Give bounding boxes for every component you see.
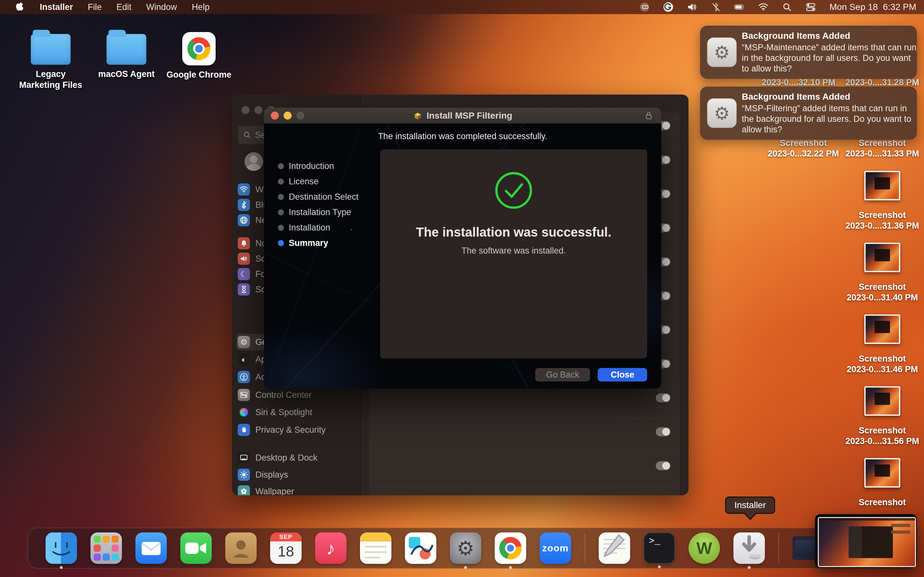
system-settings-gear-icon: ⚙ [707, 37, 737, 67]
control-center-icon[interactable] [806, 2, 816, 12]
close-button[interactable]: Close [598, 368, 647, 382]
screenshot-preview-window[interactable] [815, 514, 917, 568]
adobe-creative-cloud-icon[interactable] [640, 2, 650, 12]
minimize-window-button[interactable] [284, 111, 292, 119]
screenshot-thumbnail[interactable] [864, 171, 900, 200]
screenshot-thumbnail[interactable] [864, 314, 900, 344]
dock-finder[interactable] [45, 532, 77, 564]
screenshot-thumbnail[interactable] [864, 243, 900, 272]
flower-icon [238, 485, 250, 495]
appearance-icon: ◐ [238, 353, 250, 366]
desktop-dock-icon [238, 452, 250, 464]
desktop-screenshot-file[interactable]: Screenshot 2023-0...32.22 PM [768, 138, 839, 159]
go-back-button[interactable]: Go Back [535, 368, 590, 382]
success-title: The installation was successful. [416, 225, 611, 239]
dock-calendar[interactable]: SEP 18 [270, 532, 302, 564]
dock-chrome[interactable] [495, 532, 526, 564]
step-license: License [278, 174, 359, 189]
wifi-icon[interactable] [758, 2, 768, 12]
dock-separator [779, 533, 779, 563]
notification-body: “MSP-Maintenance” added items that can r… [742, 42, 917, 74]
dock-zoom[interactable]: zoom [540, 532, 571, 564]
dock-facetime[interactable] [180, 532, 212, 564]
battery-icon[interactable] [734, 2, 745, 12]
lock-icon [645, 111, 653, 122]
step-destination-select: Destination Select [278, 189, 359, 205]
close-window-button[interactable] [271, 111, 279, 119]
dock-terminal[interactable]: >_ [644, 532, 675, 564]
menu-file[interactable]: File [88, 2, 102, 12]
desktop-screenshot-file[interactable]: Screenshot2023-0....31.56 PM [845, 425, 919, 446]
dock: SEP 18 ♪ ⚙ zoom [27, 528, 840, 569]
menu-edit[interactable]: Edit [116, 2, 132, 12]
menu-clock[interactable]: Mon Sep 18 6:32 PM [829, 2, 916, 12]
dock-notes[interactable] [360, 532, 391, 564]
system-settings-gear-icon: ⚙ [707, 98, 737, 128]
screenshot-thumbnail[interactable] [864, 386, 900, 416]
installer-header-message: The installation was completed successfu… [264, 131, 661, 141]
desktop-screen: Installer File Edit Window Help [0, 0, 924, 577]
calendar-month: SEP [270, 532, 302, 542]
avatar[interactable] [244, 152, 263, 171]
screenshot-preview-content [818, 517, 916, 567]
dock-contacts[interactable] [225, 532, 257, 564]
sidebar-item-privacy-security[interactable]: Privacy & Security [238, 423, 326, 437]
bluetooth-off-icon[interactable] [711, 2, 721, 12]
notification-msp-maintenance[interactable]: ⚙ Background Items Added “MSP-Maintenanc… [700, 26, 917, 79]
installer-titlebar[interactable]: Install MSP Filtering [264, 108, 661, 124]
screenshot-thumbnail[interactable] [864, 458, 900, 488]
dock-launchpad[interactable] [90, 532, 122, 564]
zoom-window-button[interactable] [296, 111, 304, 119]
desktop-folder-legacy-marketing-files[interactable]: Legacy Marketing Files [12, 29, 89, 90]
desktop-screenshot-file[interactable]: Screenshot 2023-0....31.33 PM [845, 138, 919, 159]
bell-icon [238, 237, 250, 250]
sidebar-item-desktop-dock[interactable]: Desktop & Dock [238, 451, 318, 465]
dock-system-settings[interactable]: ⚙ [450, 532, 481, 564]
sidebar-item-control-center[interactable]: Control Center [238, 388, 312, 402]
globe-icon [238, 214, 250, 226]
menu-help[interactable]: Help [192, 2, 210, 12]
login-item-toggle[interactable] [656, 393, 670, 402]
apple-menu-icon[interactable] [15, 2, 25, 12]
spotlight-search-icon[interactable] [782, 2, 792, 12]
volume-icon[interactable] [687, 2, 697, 12]
sidebar-item-siri-spotlight[interactable]: Siri & Spotlight [238, 405, 312, 419]
sidebar-item-wallpaper[interactable]: Wallpaper [238, 484, 294, 495]
step-installation: Installation [278, 220, 359, 235]
bluetooth-icon [238, 199, 250, 211]
success-check-icon [494, 171, 533, 210]
grammarly-icon[interactable] [663, 2, 674, 12]
login-item-toggle[interactable] [656, 461, 670, 470]
dock-freeform[interactable] [405, 532, 436, 564]
hourglass-icon [238, 284, 250, 295]
notification-msp-filtering[interactable]: ⚙ Background Items Added “MSP-Filtering”… [700, 87, 917, 140]
menu-bar: Installer File Edit Window Help [0, 0, 924, 14]
dock-mail[interactable] [136, 532, 167, 564]
notification-body: “MSP-Filtering” added items that can run… [742, 103, 917, 135]
installer-window-title: Install MSP Filtering [413, 111, 512, 121]
sun-icon [238, 469, 250, 481]
dock-textedit[interactable] [599, 532, 630, 564]
menu-window[interactable]: Window [146, 2, 177, 12]
desktop-screenshot-file[interactable]: Screenshot2023-0...31.46 PM [846, 354, 918, 375]
calendar-day: 18 [270, 542, 302, 561]
desktop-screenshot-file[interactable]: Screenshot [859, 497, 906, 508]
desktop-folder-macos-agent[interactable]: macOS Agent [88, 29, 165, 79]
desktop-icon-google-chrome[interactable]: Google Chrome [160, 29, 237, 80]
folder-icon [31, 34, 71, 65]
sidebar-item-displays[interactable]: Displays [238, 468, 288, 482]
search-icon [243, 131, 251, 139]
running-indicator [509, 566, 512, 569]
login-item-toggle[interactable] [656, 427, 670, 436]
desktop-screenshot-file[interactable]: Screenshot2023-0....31.36 PM [845, 210, 919, 231]
step-installation-type: Installation Type [278, 205, 359, 220]
dock-webroot[interactable]: W [688, 532, 720, 564]
siri-icon [238, 406, 250, 418]
dock-separator [585, 533, 585, 563]
menu-app-name[interactable]: Installer [40, 2, 73, 12]
desktop-screenshot-file[interactable]: Screenshot2023-0...31.40 PM [846, 282, 918, 303]
dock-music[interactable]: ♪ [315, 532, 347, 564]
running-indicator [658, 566, 661, 568]
dock-installer[interactable] [733, 532, 765, 564]
running-indicator [748, 566, 751, 569]
